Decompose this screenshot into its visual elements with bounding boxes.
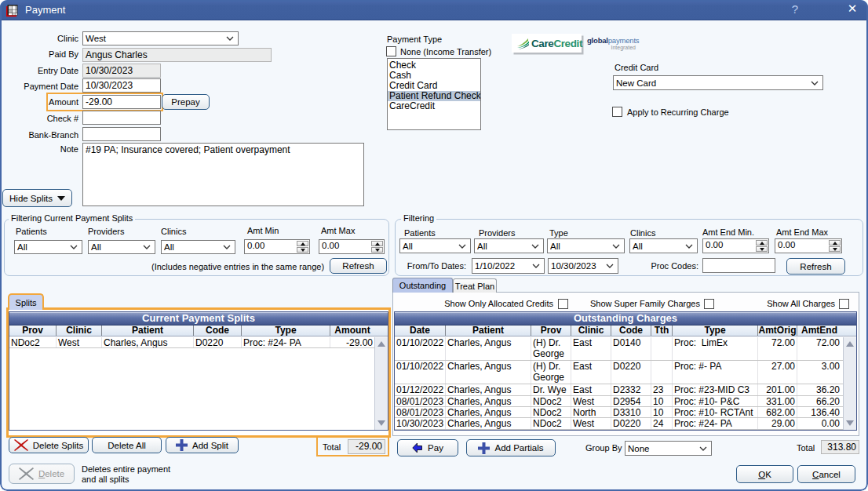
column-header[interactable]: AmtOrig — [757, 326, 797, 336]
column-header[interactable]: Tth — [651, 326, 672, 336]
fr-refresh-button[interactable]: Refresh — [786, 258, 845, 275]
table-cell: 3.00 — [797, 361, 841, 384]
chevron-down-icon — [531, 244, 539, 249]
spin-up-button[interactable] — [756, 240, 768, 246]
fr-amt-end-max-spinner[interactable]: 0.00 — [775, 238, 842, 253]
payment-date-field[interactable]: 10/30/2023 — [82, 78, 161, 93]
spin-up-button[interactable] — [371, 241, 383, 246]
add-partials-button[interactable]: Add Partials — [466, 439, 556, 456]
fl-refresh-button[interactable]: Refresh — [330, 258, 387, 274]
tab-outstanding[interactable]: Outstanding — [392, 278, 453, 293]
fl-providers-combobox[interactable]: All — [88, 240, 155, 254]
spin-down-button[interactable] — [829, 246, 841, 252]
tab-splits[interactable]: Splits — [8, 293, 44, 310]
column-header[interactable]: Type — [241, 326, 330, 336]
scroll-down-icon[interactable] — [375, 420, 388, 426]
table-cell: North — [571, 407, 611, 417]
payment-type-listbox[interactable]: CheckCashCredit CardPatient Refund Check… — [387, 58, 481, 130]
column-header[interactable]: Prov — [9, 326, 56, 336]
table-row[interactable]: 08/01/2023Charles, AngusNDoc2NorthD33101… — [395, 407, 856, 418]
credit-card-combobox[interactable]: New Card — [613, 75, 823, 90]
scroll-down-icon[interactable] — [844, 420, 856, 426]
fr-proc-codes-field[interactable] — [702, 258, 775, 273]
payment-type-option[interactable]: CareCredit — [388, 101, 480, 111]
fr-providers-combobox[interactable]: All — [474, 238, 544, 253]
triangle-down-icon — [375, 249, 380, 252]
column-header[interactable]: Clinic — [571, 326, 611, 336]
spin-down-button[interactable] — [297, 247, 308, 253]
column-header[interactable]: Clinic — [56, 326, 101, 336]
tab-treat-plan[interactable]: Treat Plan — [453, 278, 497, 293]
bank-branch-field[interactable] — [82, 127, 161, 141]
table-cell: Charles, Angus — [445, 384, 531, 395]
fr-amt-end-max-label: Amt End Max — [776, 227, 828, 237]
column-header[interactable]: Date — [395, 326, 445, 336]
clinic-combobox[interactable]: West — [82, 31, 239, 45]
table-row[interactable]: 10/30/2023Charles, AngusNDoc2WestD022024… — [395, 418, 856, 430]
carecredit-text-credit: Credit — [553, 38, 582, 49]
fr-date-from-combobox[interactable]: 1/10/2022 — [472, 258, 545, 274]
none-income-transfer-checkbox[interactable] — [386, 46, 396, 56]
delete-splits-button[interactable]: Delete Splits — [9, 437, 89, 453]
column-header[interactable]: Patient — [101, 326, 193, 336]
combo-value: None — [628, 444, 699, 453]
fr-amt-end-min-spinner[interactable]: 0.00 — [702, 238, 769, 253]
pay-button[interactable]: Pay — [397, 439, 458, 456]
table-row[interactable]: 01/10/2022Charles, Angus(H) Dr. GeorgeEa… — [395, 337, 856, 361]
fl-amt-min-spinner[interactable]: 0.00 — [244, 239, 310, 254]
prepay-button[interactable]: Prepay — [162, 94, 210, 110]
table-row[interactable]: NDoc2WestCharles, AngusD0220Proc: #24- P… — [9, 337, 388, 348]
button-label: Delete Splits — [33, 441, 84, 450]
cancel-button[interactable]: Cancel — [797, 465, 855, 483]
fl-clinics-combobox[interactable]: All — [161, 240, 235, 254]
fr-type-combobox[interactable]: All — [547, 238, 625, 253]
show-super-family-checkbox[interactable] — [704, 299, 714, 309]
group-by-combobox[interactable]: None — [625, 441, 712, 456]
fr-patients-combobox[interactable]: All — [399, 238, 471, 253]
help-button[interactable]: ? — [787, 2, 803, 18]
ok-button[interactable]: OK — [736, 465, 793, 483]
scroll-up-icon[interactable] — [844, 341, 856, 347]
table-row[interactable]: 08/01/2023Charles, AngusNDoc2WestD295410… — [395, 396, 856, 407]
spin-down-button[interactable] — [756, 246, 768, 252]
spin-up-button[interactable] — [297, 241, 308, 246]
amount-field[interactable]: -29.00 — [82, 95, 161, 109]
spin-up-button[interactable] — [829, 240, 841, 246]
table-cell: D0140 — [611, 337, 651, 360]
table-row[interactable]: 01/10/2022Charles, Angus(H) Dr. GeorgeEa… — [395, 361, 856, 384]
column-header[interactable]: Prov — [531, 326, 571, 336]
fl-amt-max-spinner[interactable]: 0.00 — [319, 239, 385, 254]
close-button[interactable]: ✕ — [843, 2, 862, 19]
none-income-transfer-label: None (Income Transfer) — [400, 47, 491, 56]
add-split-button[interactable]: Add Split — [166, 437, 239, 453]
gp-integrated-text: Integrated — [587, 45, 636, 50]
scroll-up-icon[interactable] — [375, 341, 388, 347]
triangle-up-icon — [760, 242, 764, 245]
table-row[interactable]: 01/12/2022Charles, AngusDr. WyeEastD2332… — [395, 384, 856, 396]
column-header[interactable]: Code — [193, 326, 241, 336]
hide-splits-button[interactable]: Hide Splits — [2, 189, 72, 207]
column-header[interactable]: AmtEnd — [797, 326, 841, 336]
globalpayments-text: globalpayments — [587, 36, 636, 45]
table-cell: 136.40 — [797, 407, 841, 417]
fl-patients-combobox[interactable]: All — [14, 240, 82, 254]
spin-down-button[interactable] — [371, 247, 383, 253]
column-header[interactable]: Amount — [330, 326, 374, 336]
table-cell: 0.00 — [797, 418, 841, 429]
delete-all-button[interactable]: Delete All — [92, 437, 162, 453]
note-label: Note — [0, 144, 78, 154]
button-label: Pay — [428, 443, 443, 453]
outstanding-grid-scrollbar[interactable] — [843, 337, 856, 430]
column-header[interactable]: Code — [611, 326, 651, 336]
delete-button[interactable]: Delete — [9, 464, 75, 484]
show-all-charges-checkbox[interactable] — [839, 299, 849, 309]
check-number-field[interactable] — [82, 111, 161, 125]
fr-date-to-combobox[interactable]: 10/30/2023 — [548, 258, 618, 274]
splits-grid-scrollbar[interactable] — [374, 337, 388, 430]
fr-clinics-combobox[interactable]: All — [629, 238, 698, 253]
column-header[interactable]: Type — [672, 326, 757, 336]
apply-recurring-checkbox[interactable] — [612, 107, 622, 117]
column-header[interactable]: Patient — [445, 326, 531, 336]
note-field[interactable]: #19 PA; Insurance covered; Patient overp… — [82, 143, 364, 206]
total-right-field: 313.80 — [821, 440, 859, 454]
